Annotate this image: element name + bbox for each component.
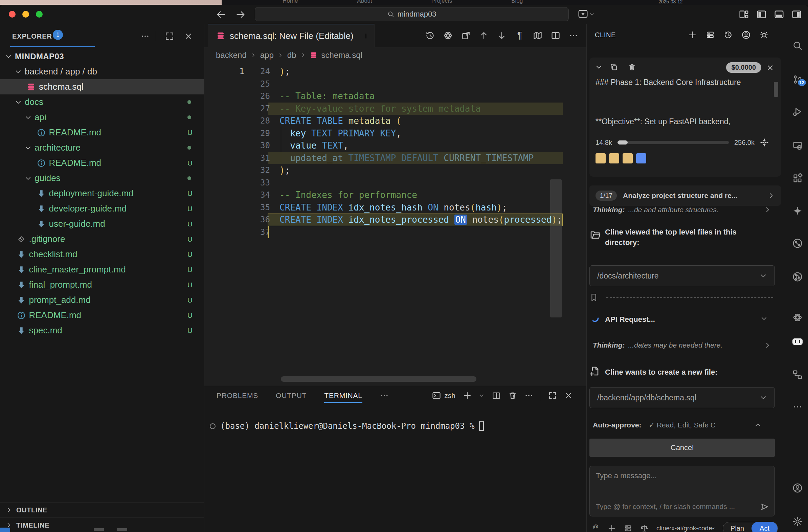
more-icon[interactable] (569, 31, 578, 40)
customize-layout-icon[interactable] (739, 10, 749, 19)
code-line-31[interactable]: 31 updated_at TIMESTAMP DEFAULT CURRENT_… (204, 152, 586, 164)
code-line-24[interactable]: 124); (204, 65, 586, 78)
toggle-primary-sidebar-icon[interactable] (757, 10, 766, 19)
split-terminal-icon[interactable] (492, 391, 501, 400)
thinking-row-1[interactable]: Thinking: ...de and attribute structures… (593, 206, 771, 214)
remote-activity-icon[interactable] (792, 141, 803, 151)
close-sidebar-icon[interactable] (184, 32, 193, 41)
code-line-33[interactable]: 33 (204, 177, 586, 189)
tree-item--gitignore[interactable]: .gitignoreU (0, 232, 204, 247)
tree-item-spec-md[interactable]: spec.mdU (0, 323, 204, 338)
gitlens-activity-icon[interactable] (792, 272, 803, 282)
close-task-icon[interactable] (766, 63, 774, 72)
panel-tab-problems[interactable]: PROBLEMS (217, 386, 258, 405)
settings-activity-icon[interactable] (792, 516, 803, 527)
rules-icon[interactable] (640, 524, 648, 532)
code-editor[interactable]: 124);2526-- Table: metadata27-- Key-valu… (204, 62, 586, 386)
history-back-button[interactable] (216, 10, 226, 20)
code-line-25[interactable]: 25 (204, 78, 586, 90)
collapse-task-icon[interactable] (595, 63, 603, 71)
breadcrumb-item[interactable]: db (287, 51, 296, 60)
act-option[interactable]: Act (752, 522, 777, 532)
code-line-35[interactable]: 35CREATE INDEX idx_notes_hash ON notes(h… (204, 201, 586, 214)
cancel-button[interactable]: Cancel (589, 439, 775, 457)
code-line-29[interactable]: 29 key TEXT PRIMARY KEY, (204, 127, 586, 140)
zoom-window-button[interactable] (36, 11, 43, 18)
terminal-icon[interactable] (432, 391, 441, 400)
outline-section[interactable]: OUTLINE (0, 502, 204, 517)
code-line-36[interactable]: 36CREATE INDEX idx_notes_processed ON no… (204, 214, 586, 226)
thinking-expand-icon[interactable] (764, 206, 771, 214)
todo-progress-bar[interactable]: 1/17 Analyze project structure and re... (589, 185, 781, 206)
tree-item-developer-guide-md[interactable]: developer-guide.mdU (0, 201, 204, 216)
thinking-expand-icon[interactable] (764, 342, 771, 349)
search-activity-icon[interactable] (792, 41, 803, 51)
mention-icon[interactable]: @ (591, 524, 600, 532)
plan-act-toggle[interactable]: Plan Act (723, 522, 778, 532)
tree-item-readme-md[interactable]: README.mdU (0, 125, 204, 140)
more-activity-icon[interactable] (792, 402, 803, 412)
tree-item-schema-sql[interactable]: schema.sql (0, 79, 204, 94)
editor-scrollbar-horizontal[interactable] (281, 376, 476, 382)
extensions-activity-icon[interactable] (792, 173, 803, 183)
code-line-37[interactable]: 37 (204, 226, 586, 239)
sparkle-activity-icon[interactable] (792, 206, 803, 216)
tree-item-backend-app-db[interactable]: backend / app / db (0, 64, 204, 79)
maximize-sidebar-icon[interactable] (165, 32, 174, 41)
panel-tab-output[interactable]: OUTPUT (276, 386, 307, 405)
code-line-26[interactable]: 26-- Table: metadata (204, 90, 586, 103)
viewed-path-dropdown[interactable]: /docs/architecture (589, 265, 775, 286)
copilot-layout-icon[interactable] (578, 9, 588, 19)
tree-item-final-prompt-md[interactable]: final_prompt.mdU (0, 277, 204, 292)
todo-expand-icon[interactable] (767, 192, 775, 199)
tree-item-readme-md[interactable]: README.mdU (0, 308, 204, 323)
source-control-activity-icon[interactable]: 12 (792, 74, 803, 85)
tree-item-docs[interactable]: docs (0, 94, 204, 110)
auto-approve-collapse-icon[interactable] (754, 421, 761, 429)
cline-robot-activity-icon[interactable] (792, 337, 803, 347)
tree-item-api[interactable]: api (0, 110, 204, 125)
code-line-27[interactable]: 27-- Key-value store for system metadata (204, 103, 586, 115)
account-icon[interactable] (742, 31, 751, 39)
code-line-34[interactable]: 34-- Indexes for performance (204, 189, 586, 201)
toggle-secondary-sidebar-icon[interactable] (792, 10, 802, 19)
delete-task-icon[interactable] (628, 63, 636, 71)
thinking-row-2[interactable]: Thinking: ...dates may be needed there. (593, 341, 771, 349)
checkpoint-bookmark-icon[interactable] (589, 293, 598, 302)
arrow-down-icon[interactable] (497, 31, 507, 40)
copilot-layout-chevron-icon[interactable] (589, 12, 594, 17)
openai-icon[interactable] (443, 31, 453, 40)
model-label[interactable]: cline:x-ai/grok-code-f... (657, 525, 715, 532)
run-debug-activity-icon[interactable] (792, 107, 803, 117)
close-window-button[interactable] (9, 11, 16, 18)
tree-item-mindmap03[interactable]: MINDMAP03 (0, 49, 204, 64)
explorer-more-actions-icon[interactable] (141, 32, 150, 41)
panel-tab-terminal[interactable]: TERMINAL (324, 386, 362, 405)
map-icon[interactable] (533, 31, 543, 40)
modified-dot-icon[interactable] (366, 34, 366, 39)
new-task-icon[interactable] (688, 31, 697, 39)
pilcrow-icon[interactable]: ¶ (515, 31, 525, 40)
tree-item-guides[interactable]: guides (0, 170, 204, 186)
maximize-panel-icon[interactable] (549, 391, 556, 400)
copy-task-icon[interactable] (610, 63, 618, 71)
tree-item-deployment-guide-md[interactable]: deployment-guide.mdU (0, 186, 204, 201)
terminal-dropdown-icon[interactable] (479, 393, 484, 398)
api-request-collapse-icon[interactable] (760, 315, 768, 322)
collapse-context-icon[interactable] (760, 138, 769, 147)
minimize-window-button[interactable] (22, 11, 29, 18)
panel-more-icon[interactable] (525, 391, 533, 400)
terminal-prompt-line[interactable]: (base) danielkliewer@Daniels-MacBook-Pro… (210, 421, 484, 431)
new-terminal-icon[interactable] (463, 391, 472, 400)
command-center-search[interactable]: mindmap03 (255, 7, 569, 21)
settings-gear-icon[interactable] (759, 31, 768, 39)
create-path-dropdown[interactable]: /backend/app/db/schema.sql (589, 387, 775, 408)
close-panel-icon[interactable] (564, 391, 573, 400)
history-forward-button[interactable] (236, 10, 246, 20)
openai-activity-icon[interactable] (792, 312, 803, 323)
auto-approve-row[interactable]: Auto-approve: ✓ Read, Edit, Safe C (593, 421, 761, 429)
tree-item-architecture[interactable]: architecture (0, 140, 204, 155)
code-line-30[interactable]: 30 value TEXT, (204, 140, 586, 152)
preview-icon[interactable] (461, 31, 471, 40)
mcp-icon[interactable] (624, 524, 632, 532)
